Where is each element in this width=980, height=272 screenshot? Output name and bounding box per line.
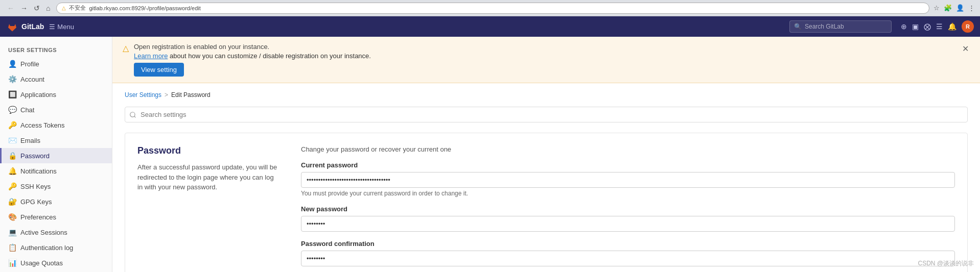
sidebar-item-applications[interactable]: 🔲 Applications: [0, 87, 112, 102]
password-icon: 🔒: [8, 152, 16, 160]
new-password-label: New password: [301, 205, 955, 213]
menu-label: Menu: [57, 23, 74, 31]
main-layout: User Settings 👤 Profile ⚙️ Account 🔲 App…: [0, 37, 980, 272]
settings-section-body: Password After a successful password upd…: [125, 133, 967, 272]
access-tokens-icon: 🔑: [8, 121, 16, 129]
confirm-password-input[interactable]: [301, 251, 955, 266]
sidebar-item-ssh-keys[interactable]: 🔑 SSH Keys: [0, 179, 112, 194]
content-area: △ Open registration is enabled on your i…: [112, 37, 980, 272]
gpg-keys-icon: 🔐: [8, 197, 16, 206]
account-icon: ⚙️: [8, 75, 16, 83]
menu-dots-button[interactable]: ⋮: [968, 4, 975, 12]
breadcrumb-current: Edit Password: [171, 91, 211, 98]
sidebar-item-label: Emails: [20, 137, 40, 144]
preferences-icon: 🎨: [8, 213, 16, 221]
sidebar-item-password[interactable]: 🔒 Password: [0, 148, 112, 163]
current-password-hint: You must provide your current password i…: [301, 190, 955, 197]
gitlab-text: GitLab: [21, 22, 44, 31]
warning-icon: △: [123, 43, 129, 53]
forward-button[interactable]: →: [18, 3, 30, 13]
gitlab-logo[interactable]: GitLab: [6, 20, 44, 33]
sidebar-item-label: Authentication log: [20, 244, 73, 252]
search-input[interactable]: [805, 23, 886, 30]
url-domain: gitlab.rkyao.com:8929/-/profile/password…: [89, 5, 200, 11]
new-password-group: New password: [301, 205, 955, 232]
breadcrumb-parent[interactable]: User Settings: [125, 91, 161, 98]
sidebar-item-label: Profile: [20, 60, 39, 68]
search-settings-input[interactable]: [125, 107, 968, 122]
header-search[interactable]: 🔍: [789, 20, 892, 33]
refresh-button[interactable]: ↺: [32, 3, 42, 13]
confirm-password-group: Password confirmation: [301, 240, 955, 266]
create-button[interactable]: ⊕: [901, 22, 907, 31]
sidebar-item-emails[interactable]: ✉️ Emails: [0, 133, 112, 148]
bookmark-button[interactable]: ☆: [934, 4, 940, 12]
sidebar-item-label: SSH Keys: [20, 183, 51, 190]
view-setting-button[interactable]: View setting: [134, 63, 184, 77]
page-content: User Settings > Edit Password Password A…: [112, 83, 980, 272]
header-icons: ⊕ ▣ ⨂ ☰ 🔔 R: [901, 20, 974, 33]
banner-link-suffix: about how you can customize / disable re…: [170, 52, 371, 60]
notifications-bell-button[interactable]: 🔔: [948, 22, 956, 31]
search-icon: 🔍: [794, 23, 802, 30]
sidebar-item-label: Password: [20, 152, 50, 160]
new-password-input[interactable]: [301, 216, 955, 232]
password-settings-section: Password After a successful password upd…: [125, 133, 968, 272]
banner-title: Open registration is enabled on your ins…: [134, 43, 371, 51]
section-right: Change your password or recover your cur…: [301, 145, 955, 272]
browser-actions: ☆ 🧩 👤 ⋮: [934, 4, 975, 12]
sidebar-item-auth-log[interactable]: 📋 Authentication log: [0, 240, 112, 255]
chat-icon: 💬: [8, 106, 16, 114]
sidebar-item-label: Applications: [20, 91, 56, 98]
sidebar-item-notifications[interactable]: 🔔 Notifications: [0, 163, 112, 179]
avatar[interactable]: R: [962, 20, 974, 33]
sidebar-item-label: GPG Keys: [20, 198, 52, 206]
sidebar-item-label: Notifications: [20, 167, 57, 175]
back-button[interactable]: ←: [5, 3, 16, 13]
sidebar-item-label: Chat: [20, 106, 34, 114]
todo-button[interactable]: ☰: [936, 22, 943, 31]
banner-close-button[interactable]: ✕: [961, 43, 970, 55]
profile-icon: 👤: [8, 60, 16, 68]
gitlab-logo-icon: [6, 20, 18, 33]
sidebar-item-usage-quotas[interactable]: 📊 Usage Quotas: [0, 255, 112, 270]
address-bar[interactable]: △ 不安全 gitlab.rkyao.com:8929/-/profile/pa…: [56, 3, 929, 14]
banner-content: △ Open registration is enabled on your i…: [123, 43, 371, 77]
active-sessions-icon: 💻: [8, 228, 16, 236]
watermark: CSDN @谈谈的说非: [918, 259, 974, 268]
banner-text-container: Open registration is enabled on your ins…: [134, 43, 371, 77]
browser-controls: ← → ↺ ⌂: [5, 3, 52, 13]
sidebar-item-gpg-keys[interactable]: 🔐 GPG Keys: [0, 194, 112, 209]
sidebar-item-active-sessions[interactable]: 💻 Active Sessions: [0, 225, 112, 240]
breadcrumb-separator: >: [165, 91, 168, 98]
sidebar-item-account[interactable]: ⚙️ Account: [0, 71, 112, 87]
current-password-input[interactable]: [301, 172, 955, 188]
sidebar-item-access-tokens[interactable]: 🔑 Access Tokens: [0, 117, 112, 133]
banner-link[interactable]: Learn more: [134, 52, 168, 60]
sidebar-item-preferences[interactable]: 🎨 Preferences: [0, 209, 112, 225]
confirm-password-label: Password confirmation: [301, 240, 955, 248]
sidebar-item-label: Access Tokens: [20, 121, 64, 129]
banner-description: Learn more about how you can customize /…: [134, 52, 371, 60]
current-password-group: Current password You must provide your c…: [301, 161, 955, 197]
browser-nav: ← → ↺ ⌂: [5, 3, 52, 13]
sidebar-item-label: Preferences: [20, 213, 56, 221]
breadcrumb: User Settings > Edit Password: [125, 91, 968, 98]
sidebar: User Settings 👤 Profile ⚙️ Account 🔲 App…: [0, 37, 112, 272]
menu-button[interactable]: ☰ Menu: [49, 23, 74, 31]
gitlab-header: GitLab ☰ Menu 🔍 ⊕ ▣ ⨂ ☰ 🔔 R: [0, 16, 980, 37]
user-profile-button[interactable]: 👤: [956, 4, 964, 12]
sidebar-item-profile[interactable]: 👤 Profile: [0, 56, 112, 71]
home-button[interactable]: ⌂: [44, 3, 52, 13]
sidebar-section-title: User Settings: [0, 43, 112, 56]
registration-banner: △ Open registration is enabled on your i…: [112, 37, 980, 83]
emails-icon: ✉️: [8, 136, 16, 144]
extensions-button[interactable]: 🧩: [944, 4, 952, 12]
issues-button[interactable]: ▣: [912, 22, 919, 31]
sidebar-item-chat[interactable]: 💬 Chat: [0, 102, 112, 117]
merge-requests-button[interactable]: ⨂: [924, 22, 931, 31]
section-title: Password: [137, 145, 281, 156]
section-left: Password After a successful password upd…: [137, 145, 281, 272]
sidebar-item-label: Active Sessions: [20, 229, 67, 236]
banner-title-text: Open registration is enabled on your ins…: [134, 43, 269, 51]
